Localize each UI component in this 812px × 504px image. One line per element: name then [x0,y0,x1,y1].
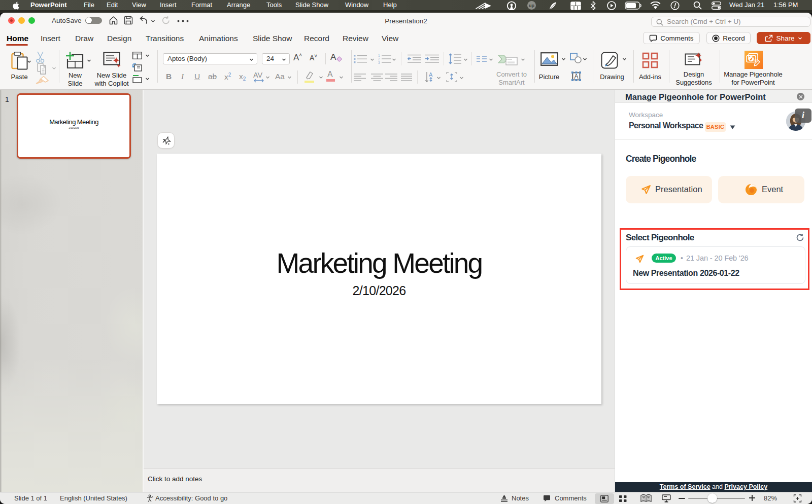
svg-text:2: 2 [378,57,380,61]
svg-text:A: A [429,71,433,78]
svg-text:1: 1 [378,54,380,57]
svg-text:3: 3 [378,61,380,64]
svg-text:A: A [574,73,579,80]
